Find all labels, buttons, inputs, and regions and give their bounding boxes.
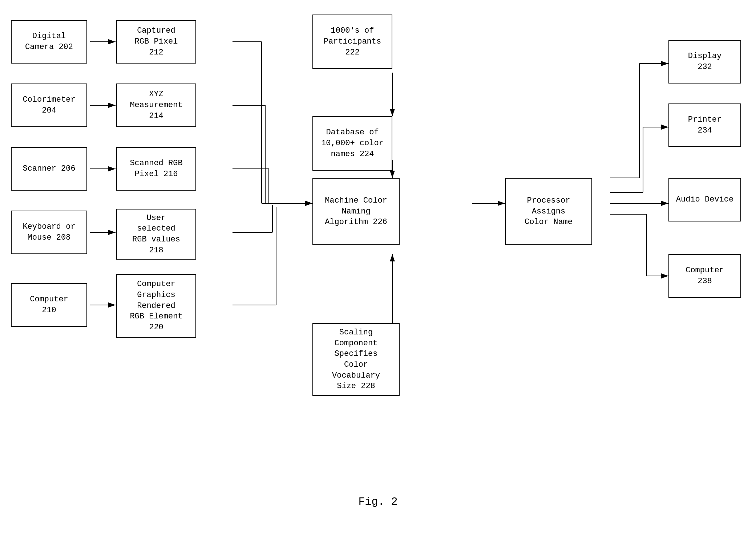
computer-graphics-label: Computer Graphics Rendered RGB Element 2… [130,279,182,333]
database-label: Database of 10,000+ color names 224 [321,127,384,159]
printer-label: Printer 234 [688,114,721,136]
participants-box: 1000's of Participants 222 [312,15,392,69]
scaling-box: Scaling Component Specifies Color Vocabu… [312,323,400,396]
captured-rgb-label: Captured RGB Pixel 212 [135,25,178,58]
scaling-label: Scaling Component Specifies Color Vocabu… [332,327,380,392]
captured-rgb-box: Captured RGB Pixel 212 [116,20,196,64]
scanned-rgb-box: Scanned RGB Pixel 216 [116,147,196,191]
display-label: Display 232 [688,51,721,72]
colorimeter-label: Colorimeter 204 [23,94,75,116]
fig-caption: Fig. 2 [0,496,756,508]
computer-238-label: Computer 238 [686,265,724,286]
scanner-label: Scanner 206 [23,163,75,174]
digital-camera-label: Digital Camera 202 [25,31,73,52]
scanner-box: Scanner 206 [11,147,87,191]
printer-box: Printer 234 [668,103,741,147]
keyboard-mouse-box: Keyboard or Mouse 208 [11,211,87,254]
processor-box: Processor Assigns Color Name [505,178,592,245]
colorimeter-box: Colorimeter 204 [11,84,87,127]
machine-color-label: Machine Color Naming Algorithm 226 [325,195,387,228]
xyz-measurement-box: XYZ Measurement 214 [116,84,196,127]
participants-label: 1000's of Participants 222 [324,25,381,58]
database-box: Database of 10,000+ color names 224 [312,116,392,171]
audio-device-box: Audio Device [668,178,741,221]
computer-graphics-box: Computer Graphics Rendered RGB Element 2… [116,274,196,338]
computer-238-box: Computer 238 [668,254,741,298]
xyz-measurement-label: XYZ Measurement 214 [130,89,182,121]
computer-210-box: Computer 210 [11,283,87,327]
keyboard-mouse-label: Keyboard or Mouse 208 [23,221,75,243]
audio-device-label: Audio Device [676,194,733,205]
arrows-svg [0,0,756,537]
computer-210-label: Computer 210 [30,294,68,316]
fig-caption-text: Fig. 2 [358,496,397,508]
machine-color-box: Machine Color Naming Algorithm 226 [312,178,400,245]
user-selected-label: User selected RGB values 218 [132,213,180,256]
digital-camera-box: Digital Camera 202 [11,20,87,64]
scanned-rgb-label: Scanned RGB Pixel 216 [130,158,182,179]
display-box: Display 232 [668,40,741,84]
processor-label: Processor Assigns Color Name [525,195,573,228]
user-selected-box: User selected RGB values 218 [116,209,196,260]
diagram: Digital Camera 202 Colorimeter 204 Scann… [0,0,756,537]
